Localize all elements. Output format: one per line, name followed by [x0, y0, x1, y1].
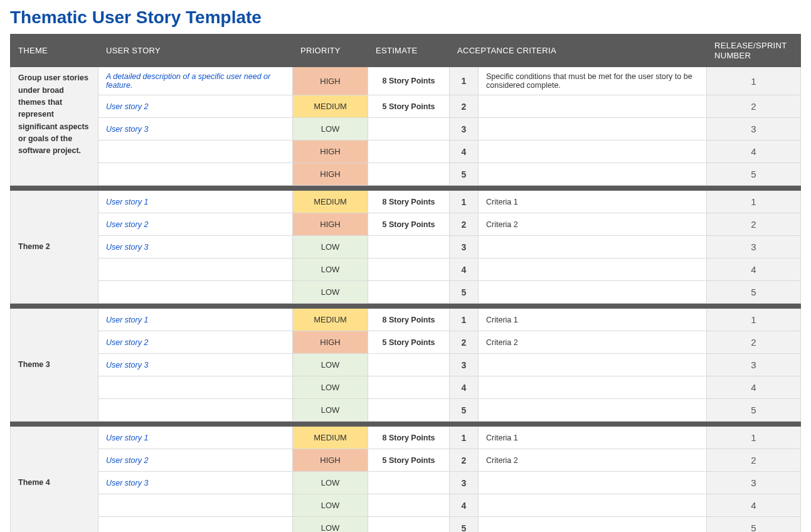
acceptance-criteria-cell[interactable]: [479, 472, 707, 494]
release-cell[interactable]: 2: [707, 213, 801, 236]
release-cell[interactable]: 3: [707, 354, 801, 376]
estimate-cell[interactable]: [368, 399, 450, 422]
user-story-cell[interactable]: [98, 281, 293, 304]
release-cell[interactable]: 5: [707, 281, 801, 304]
release-cell[interactable]: 1: [707, 67, 801, 95]
estimate-cell[interactable]: [368, 236, 450, 258]
user-story-cell[interactable]: User story 2: [98, 95, 293, 118]
estimate-cell[interactable]: [368, 118, 450, 141]
acceptance-criteria-cell[interactable]: Criteria 1: [479, 191, 707, 213]
acceptance-criteria-cell[interactable]: Criteria 1: [479, 427, 707, 449]
estimate-cell[interactable]: 8 Story Points: [368, 67, 450, 95]
user-story-cell[interactable]: User story 1: [98, 191, 293, 213]
user-story-cell[interactable]: [98, 163, 293, 186]
priority-cell[interactable]: HIGH: [293, 213, 368, 236]
priority-cell[interactable]: LOW: [293, 118, 368, 141]
acceptance-criteria-cell[interactable]: [479, 494, 707, 517]
priority-cell[interactable]: MEDIUM: [293, 427, 368, 449]
user-story-cell[interactable]: User story 3: [98, 118, 293, 141]
theme-cell[interactable]: Theme 3: [11, 309, 98, 422]
release-cell[interactable]: 3: [707, 236, 801, 258]
priority-cell[interactable]: LOW: [293, 236, 368, 258]
user-story-cell[interactable]: [98, 258, 293, 281]
release-cell[interactable]: 1: [707, 191, 801, 213]
estimate-cell[interactable]: [368, 376, 450, 399]
estimate-cell[interactable]: 8 Story Points: [368, 309, 450, 331]
user-story-cell[interactable]: User story 2: [98, 449, 293, 472]
acceptance-criteria-cell[interactable]: Criteria 1: [479, 309, 707, 331]
acceptance-criteria-cell[interactable]: [479, 236, 707, 258]
release-cell[interactable]: 1: [707, 427, 801, 449]
estimate-cell[interactable]: [368, 163, 450, 186]
acceptance-criteria-cell[interactable]: [479, 141, 707, 163]
estimate-cell[interactable]: 8 Story Points: [368, 191, 450, 213]
acceptance-criteria-cell[interactable]: [479, 258, 707, 281]
release-cell[interactable]: 5: [707, 517, 801, 532]
user-story-cell[interactable]: User story 2: [98, 213, 293, 236]
user-story-cell[interactable]: [98, 517, 293, 532]
theme-cell[interactable]: Theme 4: [11, 427, 98, 532]
acceptance-criteria-cell[interactable]: [479, 118, 707, 141]
acceptance-criteria-cell[interactable]: [479, 517, 707, 532]
acceptance-criteria-cell[interactable]: Criteria 2: [479, 449, 707, 472]
user-story-cell[interactable]: User story 3: [98, 472, 293, 494]
priority-cell[interactable]: HIGH: [293, 331, 368, 354]
estimate-cell[interactable]: 5 Story Points: [368, 449, 450, 472]
acceptance-criteria-cell[interactable]: Criteria 2: [479, 213, 707, 236]
estimate-cell[interactable]: [368, 258, 450, 281]
user-story-cell[interactable]: User story 3: [98, 354, 293, 376]
priority-cell[interactable]: LOW: [293, 281, 368, 304]
acceptance-criteria-cell[interactable]: [479, 354, 707, 376]
priority-cell[interactable]: LOW: [293, 517, 368, 532]
release-cell[interactable]: 4: [707, 141, 801, 163]
estimate-cell[interactable]: [368, 517, 450, 532]
release-cell[interactable]: 4: [707, 494, 801, 517]
release-cell[interactable]: 5: [707, 399, 801, 422]
user-story-cell[interactable]: [98, 376, 293, 399]
user-story-cell[interactable]: User story 1: [98, 427, 293, 449]
release-cell[interactable]: 4: [707, 376, 801, 399]
priority-cell[interactable]: LOW: [293, 258, 368, 281]
estimate-cell[interactable]: 8 Story Points: [368, 427, 450, 449]
user-story-cell[interactable]: [98, 399, 293, 422]
acceptance-criteria-cell[interactable]: [479, 376, 707, 399]
release-cell[interactable]: 3: [707, 118, 801, 141]
priority-cell[interactable]: MEDIUM: [293, 191, 368, 213]
acceptance-criteria-cell[interactable]: [479, 163, 707, 186]
user-story-cell[interactable]: [98, 141, 293, 163]
release-cell[interactable]: 1: [707, 309, 801, 331]
estimate-cell[interactable]: 5 Story Points: [368, 95, 450, 118]
theme-cell[interactable]: Theme 2: [11, 191, 98, 304]
estimate-cell[interactable]: 5 Story Points: [368, 213, 450, 236]
estimate-cell[interactable]: [368, 472, 450, 494]
acceptance-criteria-cell[interactable]: Criteria 2: [479, 331, 707, 354]
priority-cell[interactable]: LOW: [293, 376, 368, 399]
estimate-cell[interactable]: [368, 141, 450, 163]
priority-cell[interactable]: HIGH: [293, 449, 368, 472]
acceptance-criteria-cell[interactable]: [479, 399, 707, 422]
priority-cell[interactable]: HIGH: [293, 141, 368, 163]
release-cell[interactable]: 4: [707, 258, 801, 281]
release-cell[interactable]: 5: [707, 163, 801, 186]
acceptance-criteria-cell[interactable]: Specific conditions that must be met for…: [479, 67, 707, 95]
release-cell[interactable]: 2: [707, 331, 801, 354]
release-cell[interactable]: 2: [707, 449, 801, 472]
user-story-cell[interactable]: User story 3: [98, 236, 293, 258]
priority-cell[interactable]: MEDIUM: [293, 309, 368, 331]
acceptance-criteria-cell[interactable]: [479, 95, 707, 118]
priority-cell[interactable]: LOW: [293, 472, 368, 494]
acceptance-criteria-cell[interactable]: [479, 281, 707, 304]
priority-cell[interactable]: LOW: [293, 354, 368, 376]
release-cell[interactable]: 3: [707, 472, 801, 494]
user-story-cell[interactable]: A detailed description of a specific use…: [98, 67, 293, 95]
estimate-cell[interactable]: [368, 354, 450, 376]
theme-cell[interactable]: Group user stories under broad themes th…: [11, 67, 98, 186]
priority-cell[interactable]: MEDIUM: [293, 95, 368, 118]
user-story-cell[interactable]: User story 2: [98, 331, 293, 354]
priority-cell[interactable]: LOW: [293, 399, 368, 422]
estimate-cell[interactable]: [368, 494, 450, 517]
priority-cell[interactable]: HIGH: [293, 163, 368, 186]
priority-cell[interactable]: LOW: [293, 494, 368, 517]
estimate-cell[interactable]: 5 Story Points: [368, 331, 450, 354]
estimate-cell[interactable]: [368, 281, 450, 304]
